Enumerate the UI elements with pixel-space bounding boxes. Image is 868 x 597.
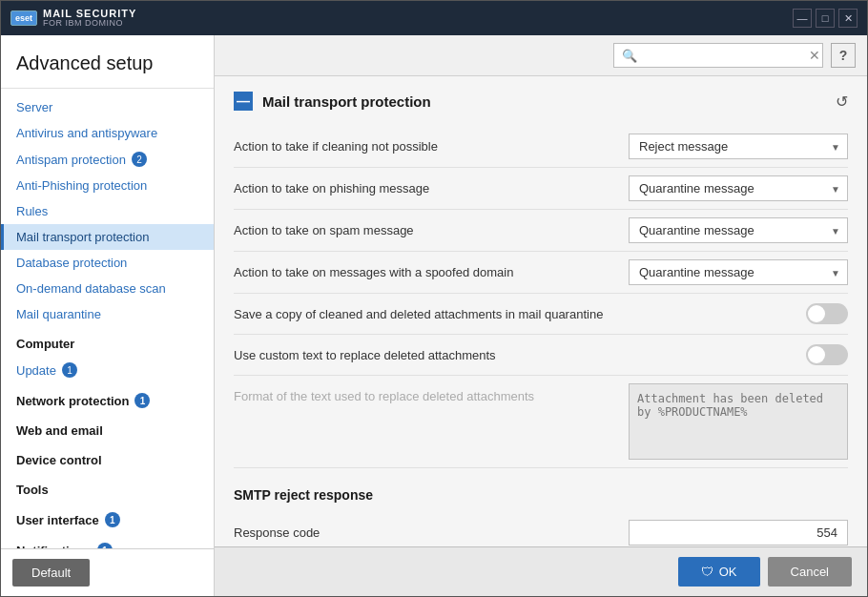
select-cleaning[interactable]: Reject message Quarantine message Delete… (629, 134, 848, 159)
search-icon: 🔍 (622, 49, 637, 63)
sidebar-item-user-interface: User interface 1 (1, 506, 214, 533)
sidebar-item-server[interactable]: Server (1, 94, 214, 120)
sidebar-item-mail-quarantine[interactable]: Mail quarantine (1, 301, 214, 327)
sidebar: Advanced setup Server Antivirus and anti… (1, 35, 215, 596)
sidebar-item-label: Network protection (16, 394, 129, 408)
shield-icon: 🛡 (701, 565, 713, 579)
maximize-button[interactable]: □ (816, 9, 835, 28)
input-response-code[interactable] (629, 520, 848, 546)
label-response-code: Response code (234, 525, 629, 540)
update-badge: 1 (62, 362, 77, 378)
network-badge: 1 (134, 393, 150, 408)
sidebar-item-label: On-demand database scan (16, 281, 166, 296)
sidebar-item-label: Antispam protection (16, 153, 126, 167)
sidebar-item-database-protection[interactable]: Database protection (1, 250, 214, 276)
section-title: Mail transport protection (262, 93, 431, 110)
sidebar-item-label: Tools (16, 483, 49, 497)
title-bar-left: eset MAIL SECURITY FOR IBM DOMINO (10, 8, 136, 29)
form-row-spoofed: Action to take on messages with a spoofe… (234, 252, 848, 294)
section-title-bar: — Mail transport protection ↺ (234, 92, 848, 111)
section-icon: — (234, 92, 253, 111)
toggle-save-copy[interactable] (806, 303, 848, 324)
app-subtitle: FOR IBM DOMINO (43, 19, 136, 29)
title-bar: eset MAIL SECURITY FOR IBM DOMINO — □ ✕ (1, 1, 867, 35)
select-wrapper-phishing: Reject message Quarantine message Delete… (629, 175, 848, 201)
app-logo: eset MAIL SECURITY FOR IBM DOMINO (10, 8, 136, 29)
bottom-bar: 🛡 OK Cancel (215, 546, 867, 596)
sidebar-item-label: Server (16, 100, 52, 114)
close-button[interactable]: ✕ (838, 9, 858, 28)
app-window: eset MAIL SECURITY FOR IBM DOMINO — □ ✕ … (0, 0, 868, 597)
sidebar-nav: Server Antivirus and antispyware Antispa… (1, 89, 214, 548)
top-bar: 🔍 ✕ ? (215, 35, 867, 76)
sidebar-item-on-demand[interactable]: On-demand database scan (1, 276, 214, 301)
toggle-row-custom-text: Use custom text to replace deleted attac… (234, 335, 848, 376)
search-box: 🔍 ✕ (613, 43, 823, 68)
select-spoofed[interactable]: Reject message Quarantine message Delete… (629, 259, 848, 285)
sidebar-item-label: Antivirus and antispyware (16, 126, 157, 140)
search-input[interactable] (643, 49, 803, 63)
sidebar-item-notifications: Notifications 1 (1, 537, 214, 548)
sidebar-item-device-control: Device control (1, 447, 214, 473)
sidebar-item-label: Anti-Phishing protection (16, 178, 147, 193)
ok-button[interactable]: 🛡 OK (678, 557, 760, 587)
form-row-cleaning: Action to take if cleaning not possible … (234, 126, 848, 168)
sidebar-item-label: Mail transport protection (16, 230, 149, 244)
form-row-spam: Action to take on spam message Reject me… (234, 210, 848, 252)
ui-badge: 1 (105, 512, 120, 527)
select-spam[interactable]: Reject message Quarantine message Delete… (629, 217, 848, 243)
sidebar-item-antispam[interactable]: Antispam protection 2 (1, 146, 214, 173)
toggle-label-custom-text: Use custom text to replace deleted attac… (234, 348, 806, 362)
sidebar-item-label: Mail quarantine (16, 307, 101, 321)
toggle-row-save-copy: Save a copy of cleaned and deleted attac… (234, 294, 848, 335)
antispam-badge: 2 (132, 152, 147, 167)
minimize-button[interactable]: — (793, 9, 812, 28)
form-label-phishing: Action to take on phishing message (234, 181, 629, 196)
replacement-text-textarea[interactable] (629, 383, 848, 460)
select-phishing[interactable]: Reject message Quarantine message Delete… (629, 175, 848, 201)
sidebar-item-label: Web and email (16, 423, 103, 438)
sidebar-item-computer: Computer (1, 331, 214, 357)
toggle-custom-text[interactable] (806, 344, 848, 365)
sidebar-item-antiphishing[interactable]: Anti-Phishing protection (1, 173, 214, 198)
sidebar-item-antivirus[interactable]: Antivirus and antispyware (1, 120, 214, 146)
sidebar-item-label: Database protection (16, 256, 127, 270)
input-row-response-code: Response code (234, 512, 848, 546)
ok-label: OK (719, 565, 737, 579)
form-label-spoofed: Action to take on messages with a spoofe… (234, 265, 629, 279)
reset-button[interactable]: ↺ (836, 93, 848, 111)
sidebar-item-network-protection: Network protection 1 (1, 387, 214, 414)
sidebar-item-web-email: Web and email (1, 418, 214, 443)
logo-box: eset (10, 10, 37, 26)
search-clear-icon[interactable]: ✕ (809, 48, 820, 63)
sidebar-item-label: Device control (16, 453, 102, 467)
sidebar-item-label: Rules (16, 204, 48, 218)
content-area: — Mail transport protection ↺ Action to … (215, 76, 867, 546)
select-wrapper-spoofed: Reject message Quarantine message Delete… (629, 259, 848, 285)
sidebar-item-label: Computer (16, 337, 74, 351)
textarea-label: Format of the text used to replace delet… (234, 383, 629, 403)
sidebar-item-label: Update (16, 363, 56, 378)
sidebar-item-mail-transport[interactable]: Mail transport protection (1, 224, 214, 250)
select-wrapper-cleaning: Reject message Quarantine message Delete… (629, 134, 848, 159)
sidebar-footer: Default (1, 548, 214, 596)
title-bar-controls: — □ ✕ (793, 9, 858, 28)
main-content: Advanced setup Server Antivirus and anti… (1, 35, 867, 596)
form-label-cleaning: Action to take if cleaning not possible (234, 139, 629, 154)
sidebar-title: Advanced setup (1, 35, 214, 89)
right-panel: 🔍 ✕ ? — Mail transport protection ↺ (215, 35, 867, 596)
form-label-spam: Action to take on spam message (234, 223, 629, 237)
default-button[interactable]: Default (12, 559, 90, 587)
textarea-row: Format of the text used to replace delet… (234, 376, 848, 468)
select-wrapper-spam: Reject message Quarantine message Delete… (629, 217, 848, 243)
form-row-phishing: Action to take on phishing message Rejec… (234, 168, 848, 210)
sidebar-item-tools: Tools (1, 477, 214, 503)
cancel-button[interactable]: Cancel (768, 557, 852, 587)
sidebar-item-rules[interactable]: Rules (1, 198, 214, 224)
help-button[interactable]: ? (831, 43, 856, 68)
toggle-label-save-copy: Save a copy of cleaned and deleted attac… (234, 307, 806, 321)
section-title-left: — Mail transport protection (234, 92, 431, 111)
sidebar-item-label: User interface (16, 513, 99, 527)
smtp-section-title: SMTP reject response (234, 487, 848, 503)
sidebar-item-update[interactable]: Update 1 (1, 357, 214, 383)
